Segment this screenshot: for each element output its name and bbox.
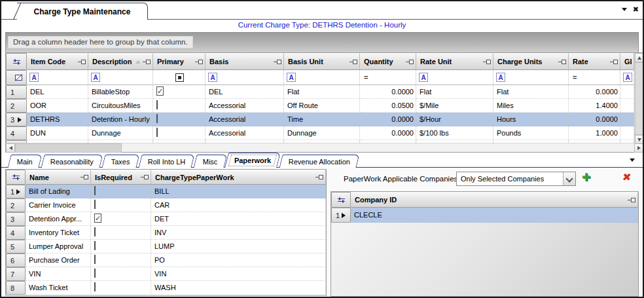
tab-misc[interactable]: Misc (194, 155, 228, 168)
filter-charge-units[interactable]: A (493, 70, 569, 85)
window-dropdown-icon[interactable] (620, 5, 629, 14)
table-row[interactable]: 4 DUN Dunnage Accessorial Dunnage 0.0000… (6, 126, 634, 140)
cell-rate-unit[interactable]: $/Hour (416, 113, 493, 126)
cell-isrequired[interactable]: ✓ (91, 212, 151, 226)
cell-primary[interactable]: ✓ (153, 85, 206, 99)
horizontal-scrollbar[interactable] (6, 143, 643, 152)
cell-basis[interactable]: Accessorial (206, 113, 284, 126)
cell-rate-unit[interactable]: $/100 lbs (416, 126, 493, 140)
cell-basis[interactable]: Accessorial (206, 126, 284, 140)
pin-icon[interactable] (349, 59, 357, 65)
column-header-description[interactable]: Description (88, 53, 153, 70)
cell-isrequired[interactable] (91, 185, 151, 198)
pin-icon[interactable] (143, 59, 151, 65)
cell-rate[interactable]: 0.0000 (569, 85, 620, 99)
tab-overflow-dropdown-icon[interactable] (628, 157, 636, 164)
tab-paperwork[interactable]: Paperwork (224, 153, 281, 168)
grid-customize-button[interactable] (331, 192, 351, 208)
table-row[interactable]: 5 Lumper Approval LUMP (6, 240, 326, 253)
table-row[interactable]: 7 VIN VIN (6, 267, 326, 281)
checkbox-checked[interactable]: ✓ (156, 86, 164, 96)
text-filter-icon[interactable]: A (287, 73, 296, 82)
tab-main[interactable]: Main (8, 155, 43, 168)
window-close-icon[interactable]: ✖ (633, 5, 639, 14)
applicable-companies-dropdown[interactable]: Only Selected Companies (456, 172, 576, 186)
tab-roll-into-lh[interactable]: Roll Into LH (138, 155, 194, 168)
text-filter-icon[interactable]: A (91, 73, 100, 82)
cell-charge-units[interactable]: Hours (493, 113, 569, 126)
filter-item-code[interactable]: A (27, 70, 88, 85)
cell-code[interactable]: CAR (151, 198, 326, 212)
cell-description[interactable]: BillableStop (88, 85, 153, 99)
cell-isrequired[interactable] (91, 240, 151, 253)
cell-gl[interactable] (620, 99, 634, 113)
table-row[interactable]: 1 DEL BillableStop ✓ DEL Flat 0.0000 Fla… (6, 85, 634, 99)
pin-icon[interactable] (406, 59, 414, 65)
vertical-scrollbar[interactable] (634, 53, 643, 144)
cell-name[interactable]: Carrier Invoice (26, 198, 91, 212)
row-header[interactable]: 4 (6, 226, 26, 240)
table-row[interactable]: 6 Purchase Order PO (6, 253, 326, 267)
cell-quantity[interactable]: 0.0000 (360, 85, 416, 99)
column-header-basis-unit[interactable]: Basis Unit (284, 53, 360, 70)
column-header-gl[interactable]: GL (620, 53, 634, 70)
checkbox-unchecked[interactable] (94, 200, 96, 209)
row-header[interactable]: 3 (6, 212, 26, 226)
cell-basis-unit[interactable]: Flat (284, 85, 360, 99)
cell-gl[interactable] (620, 126, 634, 140)
table-row-selected[interactable]: 1 Bill of Lading BILL (6, 185, 326, 198)
cell-company-id[interactable]: CLECLE (351, 208, 638, 223)
cell-basis-unit[interactable]: Time (284, 113, 360, 126)
cell-name[interactable]: VIN (26, 267, 91, 281)
table-row[interactable]: 2 Carrier Invoice CAR (6, 198, 326, 212)
cell-charge-units[interactable]: Miles (493, 99, 569, 113)
cell-item-code[interactable]: DEL (27, 85, 88, 99)
tab-reasonability[interactable]: Reasonability (41, 155, 103, 168)
checkbox-unchecked[interactable] (94, 282, 96, 291)
text-filter-icon[interactable]: A (496, 73, 505, 82)
filter-rate-unit[interactable]: A (416, 70, 493, 85)
cell-item-code[interactable]: OOR (27, 99, 88, 113)
table-row-selected[interactable]: 3 DETHRS Detention - Hourly Accessorial … (6, 113, 634, 126)
column-header-item-code[interactable]: Item Code (27, 53, 88, 70)
checkbox-unchecked[interactable] (94, 227, 96, 236)
cell-code[interactable]: PO (151, 253, 326, 267)
cell-charge-units[interactable]: Flat (493, 85, 569, 99)
cell-rate-unit[interactable]: $/Mile (416, 99, 493, 113)
filter-basis-unit[interactable]: A (284, 70, 360, 85)
cell-charge-units[interactable]: Pounds (493, 126, 569, 140)
equals-filter-icon[interactable]: = (364, 73, 368, 81)
cell-name[interactable]: Lumper Approval (26, 240, 91, 253)
cell-quantity[interactable]: 0.0000 (360, 113, 416, 126)
table-row-selected[interactable]: 1 CLECLE (331, 208, 638, 223)
column-header-isrequired[interactable]: IsRequired (91, 170, 151, 185)
filter-rate[interactable]: = (569, 70, 620, 85)
text-filter-icon[interactable]: A (29, 73, 39, 82)
cell-primary[interactable] (153, 126, 206, 140)
chevron-down-icon[interactable] (563, 172, 575, 185)
row-header[interactable]: 6 (6, 253, 26, 267)
cell-primary[interactable] (153, 99, 206, 113)
filter-description[interactable]: A (88, 70, 153, 85)
cell-quantity[interactable]: 0.0500 (360, 99, 416, 113)
row-header[interactable]: 2 (6, 99, 27, 113)
grid-customize-button[interactable] (6, 170, 26, 185)
row-header[interactable]: 7 (6, 267, 26, 281)
checkbox-unchecked[interactable] (94, 269, 96, 278)
filter-basis[interactable]: A (206, 70, 284, 85)
cell-item-code[interactable]: DETHRS (27, 113, 88, 126)
filter-quantity[interactable]: = (360, 70, 416, 85)
delete-company-button[interactable]: ✖ (622, 171, 632, 183)
tab-revenue-allocation[interactable]: Revenue Allocation (279, 155, 359, 168)
horizontal-scroll-thumb[interactable] (15, 143, 122, 153)
table-row[interactable]: 8 Wash Ticket WASH (6, 281, 326, 295)
pin-icon[interactable] (195, 59, 203, 65)
row-header-focused[interactable]: 1 (6, 185, 26, 198)
pin-icon[interactable] (610, 59, 618, 65)
pin-icon[interactable] (483, 59, 491, 65)
checkbox-unchecked[interactable] (156, 128, 158, 137)
cell-code[interactable]: WASH (151, 281, 326, 295)
checkbox-unchecked[interactable] (94, 186, 96, 195)
cell-name[interactable]: Wash Ticket (26, 281, 91, 295)
column-header-name[interactable]: Name (26, 170, 91, 185)
